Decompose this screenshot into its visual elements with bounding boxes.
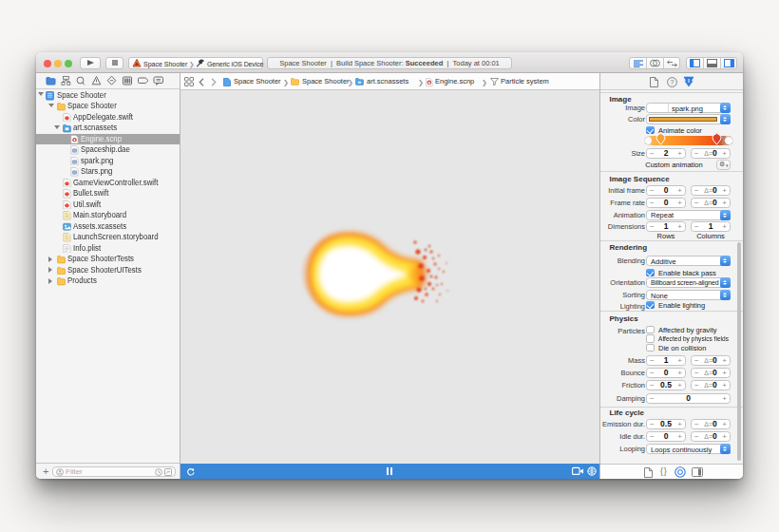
svg-text:?: ? <box>671 79 674 86</box>
